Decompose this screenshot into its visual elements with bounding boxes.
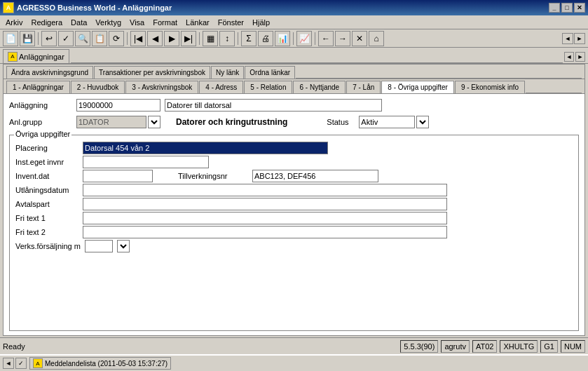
numlock-segment: NUM [561,340,585,353]
home-button[interactable]: ⌂ [369,31,384,46]
close-button[interactable]: ✕ [574,3,585,13]
outer-tab-anlaggningar[interactable]: Anläggningar [19,53,64,61]
forward-button[interactable]: → [335,31,350,46]
nav-last-button[interactable]: ▶| [181,31,196,46]
tab-right-arrow[interactable]: ► [575,52,585,62]
num-tab-2[interactable]: 2 - Huvudbok [71,81,125,93]
verks-forsaljning-dropdown[interactable] [117,240,130,252]
sub-tab-transaktioner[interactable]: Transaktioner per avskrivningsbok [94,66,210,79]
taskbar-arrow-left[interactable]: ◄ [3,358,14,369]
sub-tab-avskrivningsgrund[interactable]: Ändra avskrivningsgrund [6,66,93,79]
sub-tab-ny-lank[interactable]: Ny länk [211,66,244,79]
refresh-button[interactable]: ⟳ [109,31,124,46]
print-button[interactable]: 🖨 [258,31,273,46]
sub-tab-ordna-lankar[interactable]: Ordna länkar [245,66,295,79]
placering-row: Placering [15,141,573,155]
tab-left-arrow[interactable]: ◄ [564,52,574,62]
num-tab-8[interactable]: 8 - Övriga uppgifter [381,81,454,93]
panel-left-button[interactable]: ◄ [562,33,573,44]
sum-button[interactable]: Σ [241,31,257,46]
title-bar-buttons: _ □ ✕ [549,3,585,13]
inst-invnr-input[interactable] [83,156,209,168]
nav-next-button[interactable]: ▶ [164,31,179,46]
minimize-button[interactable]: _ [549,3,560,13]
message-list-label: Meddelandelista (2011-05-03 15:37:27) [45,360,167,367]
anlaggning-desc-input[interactable] [165,99,382,112]
menu-data[interactable]: Data [67,17,91,28]
utlaningsdatum-row: Utlåningsdatum [15,183,573,197]
avtalspart-input[interactable] [83,198,447,210]
undo-button[interactable]: ↩ [41,31,57,46]
status-dropdown[interactable] [416,116,429,128]
anlgrupp-row: Anl.grupp Datorer och kringutrustning St… [9,115,579,129]
menu-redigera[interactable]: Redigera [27,17,67,28]
check-button[interactable]: ✓ [58,31,74,46]
inventdat-label: Invent.dat [15,172,78,180]
num-tab-5[interactable]: 5 - Relation [244,81,292,93]
menu-visa[interactable]: Visa [125,17,149,28]
taskbar: ◄ ✓ A Meddelandelista (2011-05-03 15:37:… [0,354,588,371]
inventdat-input[interactable] [83,170,153,182]
nav-first-button[interactable]: |◀ [130,31,146,46]
verks-forsaljning-input[interactable] [85,240,113,252]
verks-forsaljning-label: Verks.försäljning m [15,242,81,250]
sub-tabs: Ändra avskrivningsgrund Transaktioner pe… [4,65,584,79]
num-tab-1[interactable]: 1 - Anläggningar [6,81,70,93]
num-segment: G1 [540,340,558,353]
num-tab-6[interactable]: 6 - Nyttjande [293,81,346,93]
find-button[interactable]: 🔍 [75,31,90,46]
section-title: Datorer och kringutrustning [176,117,287,127]
chart-button[interactable]: 📈 [296,31,312,46]
new-button[interactable]: 📄 [3,31,18,46]
menu-hjalp[interactable]: Hjälp [248,17,274,28]
filter-button[interactable]: ▦ [203,31,218,46]
num-tab-4[interactable]: 4 - Adress [199,81,243,93]
verks-forsaljning-row: Verks.försäljning m [15,239,573,253]
num-tab-9[interactable]: 9 - Ekonomisk info [455,81,525,93]
menu-fonster[interactable]: Fönster [214,17,248,28]
fri-text2-row: Fri text 2 [15,225,573,239]
sort-button[interactable]: ↕ [219,31,235,46]
status-bar: Ready 5.5.3(90) agrutv AT02 XHULTG G1 NU… [0,337,588,354]
fri-text2-input[interactable] [83,226,447,238]
nav-prev-button[interactable]: ◀ [147,31,163,46]
back-button[interactable]: ← [318,31,334,46]
utlaningsdatum-input[interactable] [83,184,447,196]
content-panel: Ändra avskrivningsgrund Transaktioner pe… [3,64,585,336]
message-list-button[interactable]: A Meddelandelista (2011-05-03 15:37:27) [29,357,171,370]
main-area: A Anläggningar ◄ ► Ändra avskrivningsgru… [0,48,588,337]
inventdat-row: Invent.dat Tillverkningsnr [15,169,573,183]
copy-button[interactable]: 📋 [92,31,107,46]
maximize-button[interactable]: □ [561,3,573,13]
menu-lankar[interactable]: Länkar [182,17,214,28]
inst-invnr-label: Inst.eget invnr [15,158,78,166]
avtalspart-label: Avtalspart [15,200,78,208]
anlaggning-input[interactable] [76,99,160,112]
taskbar-checkbox[interactable]: ✓ [15,358,27,369]
fri-text1-label: Fri text 1 [15,214,78,222]
fri-text1-input[interactable] [83,212,447,224]
anlaggning-label: Anläggning [9,101,72,109]
title-text: AGRESSO Business World - Anläggningar [17,4,172,12]
num-tab-7[interactable]: 7 - Lån [346,81,381,93]
num-tab-3[interactable]: 3 - Avskrivningsbok [125,81,198,93]
utlaningsdatum-label: Utlåningsdatum [15,186,78,194]
title-bar: A AGRESSO Business World - Anläggningar … [0,0,588,15]
export-button[interactable]: 📊 [275,31,290,46]
server-segment: AT02 [472,340,497,353]
tillverkningsnr-input[interactable] [252,170,378,182]
menu-format[interactable]: Format [149,17,182,28]
fri-text1-row: Fri text 1 [15,211,573,225]
menu-verktyg[interactable]: Verktyg [91,17,125,28]
placering-input[interactable] [83,142,328,154]
save-button[interactable]: 💾 [20,31,35,46]
menu-arkiv[interactable]: Arkiv [1,17,27,28]
status-input[interactable] [359,116,415,128]
panel-right-button[interactable]: ► [574,33,585,44]
menu-bar: Arkiv Redigera Data Verktyg Visa Format … [0,15,588,29]
stop-button[interactable]: ✕ [352,31,367,46]
anlaggning-row: Anläggning [9,98,579,112]
version-segment: 5.5.3(90) [400,340,438,353]
anlgrupp-input[interactable] [76,116,146,128]
anlgrupp-dropdown[interactable] [148,116,160,128]
